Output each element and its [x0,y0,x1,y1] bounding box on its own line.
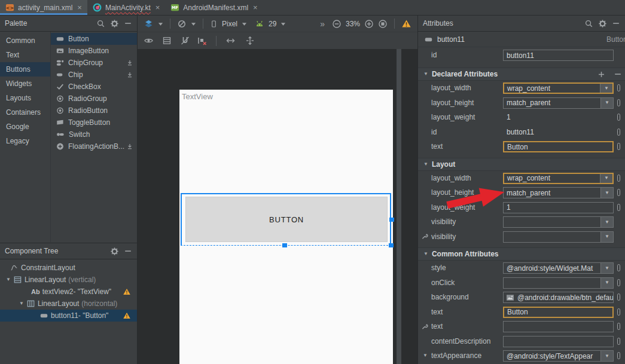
distribute-icon[interactable] [245,36,255,45]
palette-item-chipgroup[interactable]: ChipGroup [51,57,137,69]
attr-field-background[interactable]: @android:drawable/btn_defau [503,292,614,303]
flag-toggle[interactable] [617,129,620,136]
attr-value[interactable]: 1 [507,113,511,121]
flag-toggle[interactable] [617,308,620,316]
toolbar-overflow-chevrons[interactable]: » [320,19,324,29]
remove-attribute-button[interactable] [614,70,622,78]
flag-toggle[interactable] [617,338,620,345]
dropdown-arrow-icon[interactable]: ▼ [600,263,613,273]
attr-combo-textAppearance[interactable]: @android:style/TextAppear▼ [503,350,614,362]
expander-icon[interactable]: ▼ [423,353,428,358]
add-attribute-button[interactable] [597,71,605,78]
flag-toggle[interactable] [617,279,620,286]
palette-item-imagebutton[interactable]: ImageButton [51,45,137,57]
palette-category-google[interactable]: Google [0,120,50,134]
section-collapse-icon[interactable]: ▼ [423,162,428,167]
flag-toggle[interactable] [617,175,620,182]
layers-icon[interactable] [144,19,154,29]
palette-item-button[interactable]: Button [51,33,137,45]
droid-icon[interactable] [255,20,264,28]
attr-field-contentDescription[interactable] [503,336,614,347]
clear-constraints-icon[interactable] [197,36,207,45]
device-screen[interactable]: TextView BUTTON [179,90,393,364]
attr-combo-visibility[interactable]: ▼ [503,216,614,228]
id-field[interactable]: button11 [503,50,614,61]
tri-down-icon[interactable] [158,22,163,26]
resize-handle-corner[interactable] [389,243,394,247]
palette-item-radiogroup[interactable]: RadioGroup [51,93,137,105]
section-collapse-icon[interactable]: ▼ [423,72,428,77]
dropdown-arrow-icon[interactable]: ▼ [600,188,613,198]
section-collapse-icon[interactable]: ▼ [423,252,428,256]
gear-icon[interactable] [110,19,119,28]
gear-icon[interactable] [110,247,119,256]
dropdown-arrow-icon[interactable]: ▼ [600,232,613,242]
canvas-splitter[interactable] [397,49,401,364]
api-level-selector[interactable]: 29 [269,20,276,28]
tree-item-constraintlayout[interactable]: ConstraintLayout [0,262,137,274]
magnet-slash-icon[interactable] [180,36,190,45]
tri-down-icon[interactable] [242,22,247,26]
editor-tab[interactable]: MFAndroidManifest.xml× [165,0,263,15]
tri-down-icon[interactable] [281,22,286,26]
design-canvas[interactable]: TextView BUTTON [138,49,417,364]
tree-item-textview2textview[interactable]: AbtextView2- "TextView" [0,286,137,298]
zoom-out-icon[interactable] [332,19,342,29]
attr-field-text[interactable]: Button [503,141,614,152]
flag-toggle[interactable] [617,84,620,91]
close-icon[interactable]: × [253,4,258,11]
flag-toggle[interactable] [617,264,620,271]
tree-item-button11button[interactable]: button11- "Button" [0,310,137,322]
close-icon[interactable]: × [77,4,82,11]
warning-icon[interactable] [401,19,411,28]
section-header-layout[interactable]: ▼Layout [418,158,625,171]
dropdown-arrow-icon[interactable]: ▼ [600,278,613,288]
expander-icon[interactable]: ▼ [19,301,24,306]
search-icon[interactable] [96,19,105,28]
palette-item-togglebutton[interactable]: ToggleButton [51,117,137,129]
h-arrow-icon[interactable] [225,36,236,45]
flag-toggle[interactable] [617,189,620,196]
flag-toggle[interactable] [617,204,620,211]
section-header-declared-attributes[interactable]: ▼Declared Attributes [418,68,625,81]
attr-field-text[interactable]: Button [503,307,614,318]
gear-icon[interactable] [598,19,607,28]
attr-field-layout_weight[interactable]: 1 [503,202,614,213]
zoom-in-icon[interactable] [364,19,374,29]
flag-toggle[interactable] [617,143,620,150]
palette-category-legacy[interactable]: Legacy [0,134,50,148]
tree-item-linearlayout[interactable]: ▼LinearLayout(horizontal) [0,298,137,310]
flag-toggle[interactable] [617,352,620,359]
attr-combo-layout_width[interactable]: wrap_content▼ [503,82,614,94]
editor-tab[interactable]: <>activity_main.xml× [0,0,87,15]
eye-icon[interactable] [144,36,154,45]
dropdown-arrow-icon[interactable]: ▼ [600,217,613,227]
flag-toggle[interactable] [617,293,620,301]
minimize-icon[interactable] [124,19,132,27]
attr-combo-layout_height[interactable]: match_parent▼ [503,97,614,109]
dropdown-arrow-icon[interactable]: ▼ [600,351,613,361]
attr-combo-visibility[interactable]: ▼ [503,231,614,243]
dropdown-arrow-icon[interactable]: ▼ [600,98,613,108]
palette-item-checkbox[interactable]: CheckBox [51,81,137,93]
resize-handle-right[interactable] [389,218,394,222]
resize-handle-bottom[interactable] [282,243,287,247]
palette-item-radiobutton[interactable]: RadioButton [51,105,137,117]
attr-combo-layout_width[interactable]: wrap_content▼ [503,173,614,184]
tree-item-linearlayout[interactable]: ▼LinearLayout(vertical) [0,274,137,286]
attr-combo-layout_height[interactable]: match_parent▼ [503,187,614,198]
tri-down-icon[interactable] [191,22,196,26]
palette-category-buttons[interactable]: Buttons [0,62,50,77]
orientation-icon[interactable] [177,19,187,29]
attr-combo-onClick[interactable]: ▼ [503,277,614,289]
expander-icon[interactable]: ▼ [6,277,11,282]
minimize-icon[interactable] [612,19,620,27]
search-icon[interactable] [584,19,593,28]
palette-item-floatingactionb[interactable]: FloatingActionB... [51,140,137,152]
blueprint-icon[interactable] [162,36,172,45]
dropdown-arrow-icon[interactable]: ▼ [600,174,612,183]
palette-category-widgets[interactable]: Widgets [0,77,50,91]
minimize-icon[interactable] [124,247,132,255]
attr-field-text[interactable] [503,321,614,332]
palette-category-text[interactable]: Text [0,48,50,62]
